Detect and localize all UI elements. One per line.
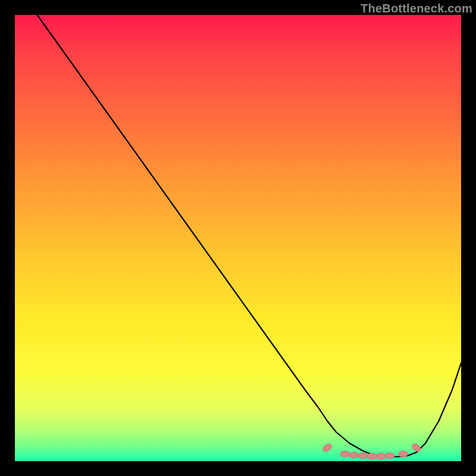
marker-dot xyxy=(411,443,422,453)
marker-dot xyxy=(322,443,333,453)
marker-dot xyxy=(367,453,377,459)
optimal-range-markers xyxy=(322,443,422,459)
marker-dot xyxy=(358,453,368,459)
marker-dot xyxy=(399,451,408,457)
marker-dot xyxy=(349,452,359,458)
marker-dot xyxy=(376,453,386,459)
chart-frame: TheBottleneck.com xyxy=(0,0,476,476)
watermark-label: TheBottleneck.com xyxy=(361,2,472,15)
plot-svg xyxy=(15,15,461,461)
plot-area xyxy=(15,15,461,461)
bottleneck-curve xyxy=(37,15,462,457)
marker-dot xyxy=(340,451,350,457)
marker-dot xyxy=(385,453,394,459)
